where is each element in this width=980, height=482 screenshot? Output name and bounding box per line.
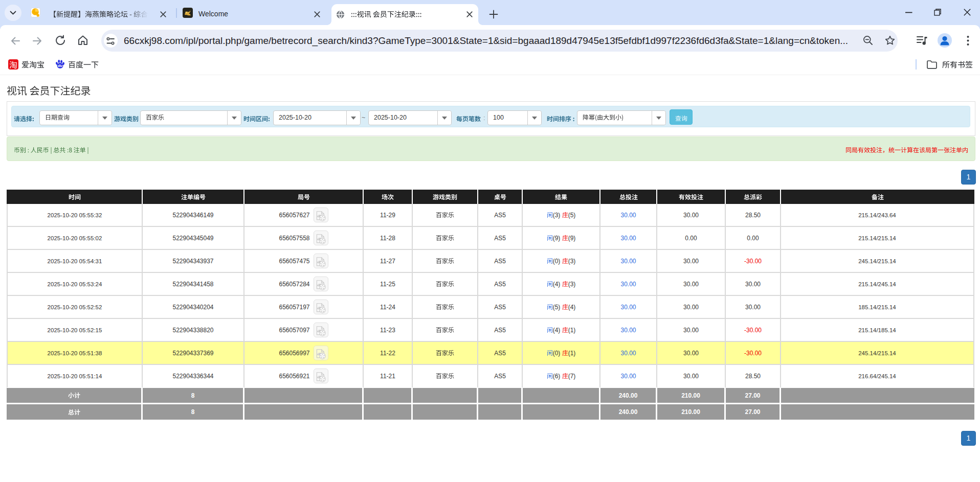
- svg-text:du: du: [58, 63, 63, 68]
